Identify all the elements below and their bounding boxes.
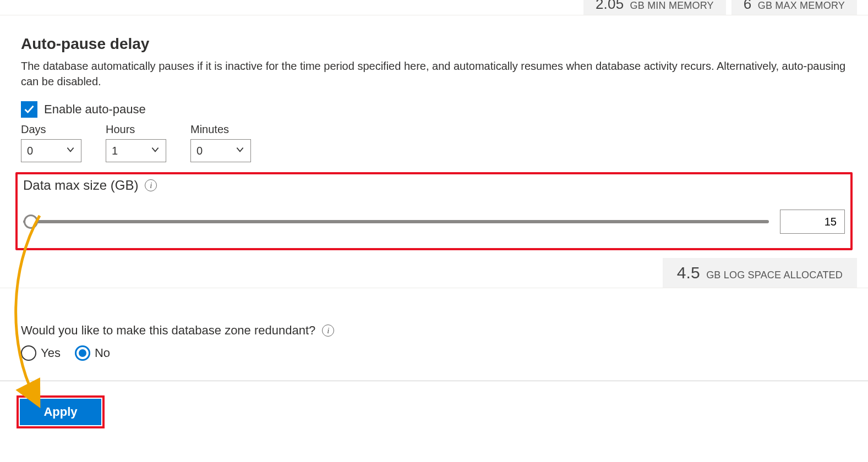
enable-autopause-label: Enable auto-pause: [44, 102, 146, 117]
info-icon[interactable]: i: [145, 179, 157, 191]
zone-yes-radio[interactable]: Yes: [21, 345, 61, 361]
min-memory-label: GB MIN MEMORY: [630, 0, 714, 11]
minutes-dropdown[interactable]: 0: [190, 139, 251, 162]
zone-yes-label: Yes: [41, 346, 61, 360]
checkmark-icon: [24, 104, 35, 115]
minutes-label: Minutes: [190, 123, 251, 136]
autopause-heading: Auto-pause delay: [21, 35, 847, 53]
min-memory-box: 2.05 GB MIN MEMORY: [583, 0, 726, 15]
data-max-size-input[interactable]: [780, 210, 845, 234]
max-memory-box: 6 GB MAX MEMORY: [731, 0, 857, 15]
minutes-value: 0: [196, 145, 203, 157]
enable-autopause-checkbox[interactable]: [21, 101, 37, 118]
log-space-value: 4.5: [677, 263, 700, 282]
log-space-box: 4.5 GB LOG SPACE ALLOCATED: [663, 258, 857, 288]
hours-label: Hours: [106, 123, 166, 136]
zone-redundant-question: Would you like to make this database zon…: [21, 323, 315, 338]
apply-button[interactable]: Apply: [20, 399, 101, 425]
data-max-size-slider[interactable]: [23, 220, 769, 223]
min-memory-value: 2.05: [596, 0, 624, 12]
autopause-description: The database automatically pauses if it …: [21, 58, 847, 89]
slider-thumb[interactable]: [24, 215, 38, 229]
chevron-down-icon: [235, 145, 245, 157]
data-max-size-label: Data max size (GB): [23, 178, 138, 193]
hours-value: 1: [112, 145, 118, 157]
max-memory-label: GB MAX MEMORY: [758, 0, 845, 11]
hours-dropdown[interactable]: 1: [106, 139, 166, 162]
info-icon[interactable]: i: [322, 324, 334, 337]
apply-button-highlight: Apply: [17, 395, 105, 428]
memory-summary-bar: 2.05 GB MIN MEMORY 6 GB MAX MEMORY: [0, 0, 868, 15]
data-max-size-highlight: Data max size (GB) i: [15, 172, 853, 250]
zone-no-label: No: [95, 346, 110, 360]
zone-no-radio[interactable]: No: [75, 345, 110, 361]
chevron-down-icon: [65, 145, 75, 157]
max-memory-value: 6: [744, 0, 752, 12]
chevron-down-icon: [150, 145, 160, 157]
days-label: Days: [21, 123, 81, 136]
days-value: 0: [27, 145, 33, 157]
days-dropdown[interactable]: 0: [21, 139, 81, 162]
log-space-label: GB LOG SPACE ALLOCATED: [706, 270, 843, 280]
